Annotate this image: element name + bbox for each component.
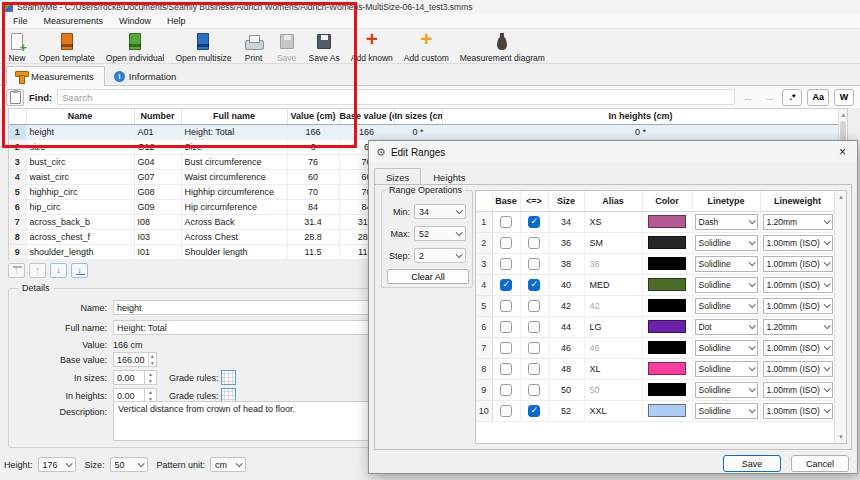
search-input[interactable] <box>57 89 735 105</box>
cell-alias[interactable]: 38 <box>584 253 642 274</box>
save-button[interactable]: Save <box>272 31 302 64</box>
menu-window[interactable]: Window <box>112 15 158 27</box>
linetype-select[interactable]: Solidline <box>695 235 758 251</box>
linetype-select[interactable]: Dash <box>695 214 758 230</box>
linetype-select[interactable]: Solidline <box>695 361 758 377</box>
find-previous-button[interactable]: ← <box>740 89 756 105</box>
tab-information[interactable]: Information <box>105 67 188 86</box>
link-checkbox[interactable] <box>528 342 540 354</box>
base-checkbox[interactable] <box>500 321 512 333</box>
tab-measurements[interactable]: Measurements <box>6 66 105 86</box>
lineweight-select[interactable]: 1.00mm (ISO) <box>763 403 833 419</box>
link-checkbox[interactable] <box>528 237 540 249</box>
link-checkbox[interactable] <box>528 216 540 228</box>
color-swatch[interactable] <box>648 404 686 417</box>
lineweight-select[interactable]: 1.20mm <box>763 319 833 335</box>
color-swatch[interactable] <box>648 215 686 228</box>
clear-all-button[interactable]: Clear All <box>387 269 469 284</box>
linetype-select[interactable]: Solidline <box>695 277 758 293</box>
size-row-48[interactable]: 848XLSolidline1.00mm (ISO) <box>476 358 835 379</box>
color-swatch[interactable] <box>648 278 686 291</box>
base-checkbox[interactable] <box>500 237 512 249</box>
whole-word-toggle-button[interactable]: W <box>834 89 854 106</box>
dialog-table-scrollbar[interactable]: ▲ ▼ <box>834 191 846 443</box>
base-checkbox[interactable] <box>500 300 512 312</box>
size-row-50[interactable]: 95050Solidline1.00mm (ISO) <box>476 379 835 400</box>
size-row-44[interactable]: 644LGDot1.20mm <box>476 316 835 337</box>
menu-measurements[interactable]: Measurements <box>37 15 111 27</box>
measurement-diagram-button[interactable]: Measurement diagram <box>456 31 549 64</box>
pattern-unit-select[interactable]: cm <box>210 457 246 472</box>
link-checkbox[interactable] <box>528 279 540 291</box>
linetype-select[interactable]: Solidline <box>695 298 758 314</box>
grade-rules-sizes-button[interactable] <box>221 370 236 385</box>
base-value-spinner[interactable]: 166.00 ▲▼ <box>113 352 157 367</box>
step-select[interactable]: 2 <box>414 248 466 263</box>
move-bottom-button[interactable]: ↓ <box>71 263 88 278</box>
link-checkbox[interactable] <box>528 258 540 270</box>
match-case-toggle-button[interactable]: Aa <box>807 89 829 106</box>
size-row-34[interactable]: 134XSDash1.20mm <box>476 211 835 232</box>
color-swatch[interactable] <box>648 257 686 270</box>
spinner-arrows-icon[interactable]: ▲▼ <box>148 353 156 366</box>
color-swatch[interactable] <box>648 383 686 396</box>
open-individual-button[interactable]: Open individual <box>102 31 169 64</box>
print-button[interactable]: Print <box>239 31 269 64</box>
linetype-select[interactable]: Dot <box>695 319 758 335</box>
color-swatch[interactable] <box>648 320 686 333</box>
in-sizes-spinner[interactable]: 0.00 ▲▼ <box>113 370 157 385</box>
cell-alias[interactable]: XL <box>584 358 642 379</box>
size-row-36[interactable]: 236SMSolidline1.00mm (ISO) <box>476 232 835 253</box>
menu-file[interactable]: File <box>6 15 35 27</box>
size-select[interactable]: 50 <box>110 457 148 472</box>
color-swatch[interactable] <box>648 362 686 375</box>
move-down-button[interactable]: ↓ <box>50 263 67 278</box>
min-select[interactable]: 34 <box>414 204 466 219</box>
save-as-button[interactable]: Save As <box>305 31 344 64</box>
lineweight-select[interactable]: 1.20mm <box>763 214 833 230</box>
lineweight-select[interactable]: 1.00mm (ISO) <box>763 256 833 272</box>
lineweight-select[interactable]: 1.00mm (ISO) <box>763 340 833 356</box>
size-row-46[interactable]: 74646Solidline1.00mm (ISO) <box>476 337 835 358</box>
linetype-select[interactable]: Solidline <box>695 340 758 356</box>
color-swatch[interactable] <box>648 236 686 249</box>
linetype-select[interactable]: Solidline <box>695 403 758 419</box>
lineweight-select[interactable]: 1.00mm (ISO) <box>763 277 833 293</box>
cell-alias[interactable]: SM <box>584 232 642 253</box>
add-custom-button[interactable]: +Add custom <box>400 31 453 64</box>
height-select[interactable]: 176 <box>38 457 76 472</box>
base-checkbox[interactable] <box>500 258 512 270</box>
paste-search-button[interactable] <box>6 89 24 106</box>
dialog-close-button[interactable]: × <box>835 145 850 159</box>
size-row-40[interactable]: 440MEDSolidline1.00mm (ISO) <box>476 274 835 295</box>
base-checkbox[interactable] <box>500 216 512 228</box>
measurement-row-height[interactable]: 1heightA01Height: Total1661660 *0 * <box>9 124 839 139</box>
lineweight-select[interactable]: 1.00mm (ISO) <box>763 298 833 314</box>
base-checkbox[interactable] <box>500 405 512 417</box>
move-up-button[interactable]: ↑ <box>29 263 46 278</box>
linetype-select[interactable]: Solidline <box>695 382 758 398</box>
color-swatch[interactable] <box>648 341 686 354</box>
find-next-button[interactable]: → <box>761 89 777 105</box>
regex-toggle-button[interactable]: .* <box>782 89 802 106</box>
link-checkbox[interactable] <box>528 384 540 396</box>
open-template-button[interactable]: Open template <box>35 31 99 64</box>
color-swatch[interactable] <box>648 299 686 312</box>
size-row-38[interactable]: 33838Solidline1.00mm (ISO) <box>476 253 835 274</box>
size-row-52[interactable]: 1052XXLSolidline1.00mm (ISO) <box>476 400 835 421</box>
link-checkbox[interactable] <box>528 300 540 312</box>
open-multisize-button[interactable]: Open multisize <box>171 31 235 64</box>
cell-alias[interactable]: 50 <box>584 379 642 400</box>
cancel-button[interactable]: Cancel <box>791 455 849 472</box>
spinner-arrows-icon[interactable]: ▲▼ <box>144 371 156 384</box>
base-checkbox[interactable] <box>500 363 512 375</box>
lineweight-select[interactable]: 1.00mm (ISO) <box>763 361 833 377</box>
cell-alias[interactable]: MED <box>584 274 642 295</box>
lineweight-select[interactable]: 1.00mm (ISO) <box>763 235 833 251</box>
cell-alias[interactable]: XXL <box>584 400 642 421</box>
cell-alias[interactable]: 42 <box>584 295 642 316</box>
menu-help[interactable]: Help <box>160 15 193 27</box>
base-checkbox[interactable] <box>500 342 512 354</box>
base-checkbox[interactable] <box>500 279 512 291</box>
lineweight-select[interactable]: 1.00mm (ISO) <box>763 382 833 398</box>
